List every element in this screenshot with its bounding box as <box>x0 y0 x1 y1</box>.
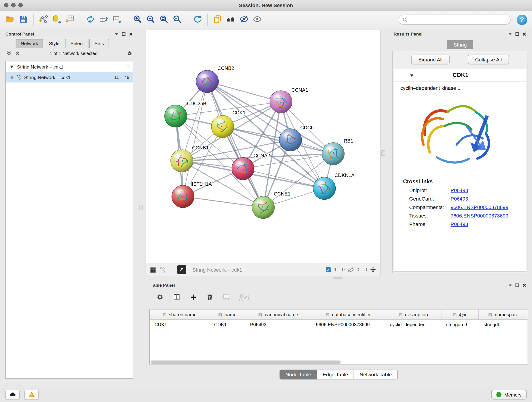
crosslink-value-link[interactable]: 9606.ENSP00000378699 <box>451 204 508 210</box>
expand-all-networks-icon[interactable] <box>15 51 20 56</box>
delete-column-icon[interactable] <box>206 293 214 301</box>
edge-CCNA2-CDKN1A[interactable] <box>243 169 324 188</box>
column-header-database-identifier[interactable]: database identifier <box>311 310 385 319</box>
search-input[interactable] <box>409 17 507 23</box>
horizontal-splitter-handle[interactable] <box>333 277 342 279</box>
table-options-gear-icon[interactable] <box>156 293 164 301</box>
tab-network-table[interactable]: Network Table <box>354 370 398 380</box>
float-panel-icon[interactable] <box>515 283 519 287</box>
warnings-button[interactable] <box>25 389 39 400</box>
tab-sets[interactable]: Sets <box>89 39 109 48</box>
column-header-canonical-name[interactable]: canonical name <box>245 310 311 319</box>
tab-select[interactable]: Select <box>65 39 89 48</box>
zoom-in-button[interactable] <box>132 14 143 26</box>
crosslink-value-link[interactable]: P06493 <box>451 196 468 201</box>
tab-string[interactable]: String <box>447 40 473 49</box>
network-from-selection-button[interactable] <box>85 14 96 26</box>
expand-collection-icon[interactable] <box>9 64 14 69</box>
selected-nodes-checkbox-icon[interactable] <box>325 266 331 273</box>
memory-button[interactable]: Memory <box>491 390 526 399</box>
node-CCNA2[interactable] <box>232 157 254 180</box>
node-CDK1[interactable] <box>211 115 234 138</box>
table-cell[interactable]: cyclin–dependent ... <box>385 322 442 327</box>
tab-edge-table[interactable]: Edge Table <box>317 370 354 380</box>
node-HIST1H1A[interactable] <box>172 185 194 208</box>
show-all-button[interactable] <box>252 14 263 26</box>
network-canvas[interactable]: CCNB2CCNA1CDC25BCDK1CDC6RB1CCNB1CCNA2CDK… <box>146 30 381 263</box>
node-CDC25B[interactable] <box>165 105 187 128</box>
tab-style[interactable]: Style <box>44 39 65 48</box>
collapse-all-button[interactable]: Collapse All <box>468 55 509 64</box>
table-cell[interactable]: 9606.ENSP00000378699 <box>311 322 385 327</box>
node-RB1[interactable] <box>322 143 344 165</box>
add-column-icon[interactable] <box>189 293 197 301</box>
import-table-from-file-button[interactable] <box>65 14 75 26</box>
close-panel-icon[interactable] <box>128 32 133 36</box>
column-header-namespac[interactable]: namespac <box>479 310 526 319</box>
clone-network-button[interactable] <box>98 14 109 26</box>
edge-CCNB2-CCNE1[interactable] <box>207 81 263 207</box>
node-CCNB2[interactable] <box>196 70 219 93</box>
table-cell[interactable]: CDK1 <box>209 322 245 327</box>
help-button[interactable]: ? <box>517 14 527 25</box>
right-splitter-handle[interactable] <box>381 150 385 156</box>
network-row-selected[interactable]: String Network – cdk1 11 48 <box>6 72 133 83</box>
node-CCNB1[interactable] <box>171 150 193 172</box>
hidden-elements-icon[interactable] <box>347 266 354 273</box>
tab-network[interactable]: Network <box>16 39 43 48</box>
zoom-window-button[interactable] <box>18 3 23 7</box>
birds-eye-view-icon[interactable] <box>150 266 156 273</box>
copy-document-button[interactable] <box>212 14 223 26</box>
show-columns-icon[interactable] <box>173 293 181 301</box>
open-session-button[interactable] <box>5 14 15 26</box>
fit-center-move-icon[interactable] <box>370 266 376 273</box>
network-overview-icon[interactable] <box>159 266 166 273</box>
column-header-shared-name[interactable]: shared name <box>150 310 209 319</box>
node-CDC6[interactable] <box>279 128 302 151</box>
open-in-new-window-button[interactable] <box>177 265 186 274</box>
node-CCNE1[interactable] <box>252 196 274 219</box>
export-image-button[interactable] <box>112 14 122 26</box>
crosslink-value-link[interactable]: P06493 <box>451 187 468 193</box>
column-header-@id[interactable]: @id <box>442 310 479 319</box>
hide-selected-button[interactable] <box>239 14 249 26</box>
zoom-fit-content-button[interactable] <box>158 14 169 26</box>
table-cell[interactable]: stringdb <box>479 322 526 327</box>
save-session-button[interactable] <box>18 14 28 26</box>
float-panel-icon[interactable] <box>515 32 519 36</box>
collapse-panel-icon[interactable] <box>508 283 512 287</box>
import-network-from-database-button[interactable] <box>51 14 62 26</box>
float-panel-icon[interactable] <box>121 32 126 36</box>
import-network-from-file-button[interactable] <box>38 14 49 26</box>
column-header-description[interactable]: description <box>385 310 442 319</box>
crosslink-value-link[interactable]: P06493 <box>451 221 468 227</box>
node-CCNA1[interactable] <box>270 90 292 113</box>
crosslink-value-link[interactable]: 9606.ENSP00000378699 <box>451 213 508 219</box>
table-cell[interactable]: stringdb:9... <box>442 322 479 327</box>
left-splitter-handle[interactable] <box>139 205 143 210</box>
zoom-selected-button[interactable] <box>172 14 182 26</box>
collapse-section-icon[interactable] <box>409 73 414 78</box>
collapse-all-networks-icon[interactable] <box>6 51 12 56</box>
minimize-window-button[interactable] <box>11 3 16 7</box>
table-cell[interactable]: P06493 <box>245 322 311 327</box>
column-header-name[interactable]: name <box>209 310 245 319</box>
redraw-graph-button[interactable] <box>192 14 203 26</box>
table-row[interactable]: CDK1CDK1P064939606.ENSP00000378699cyclin… <box>150 320 528 329</box>
horizontal-scrollbar-thumb[interactable] <box>151 361 341 364</box>
table-cell[interactable]: CDK1 <box>150 322 209 327</box>
show-home-button[interactable] <box>226 14 236 26</box>
edge-HIST1H1A-CCNE1[interactable] <box>183 196 263 207</box>
cloud-status-button[interactable] <box>6 389 20 400</box>
edge-CCNB2-HIST1H1A[interactable] <box>183 81 207 196</box>
close-panel-icon[interactable] <box>522 283 526 287</box>
node-CDKN1A[interactable] <box>313 177 336 200</box>
tab-node-table[interactable]: Node Table <box>280 370 317 380</box>
close-window-button[interactable] <box>4 3 8 7</box>
close-panel-icon[interactable] <box>522 32 526 36</box>
network-collection-row[interactable]: String Network – cdk1 1 <box>6 61 133 72</box>
collapse-panel-icon[interactable] <box>508 32 512 36</box>
expand-all-button[interactable]: Expand All <box>411 55 450 64</box>
network-options-gear-icon[interactable] <box>127 51 133 56</box>
zoom-out-button[interactable] <box>145 14 156 26</box>
